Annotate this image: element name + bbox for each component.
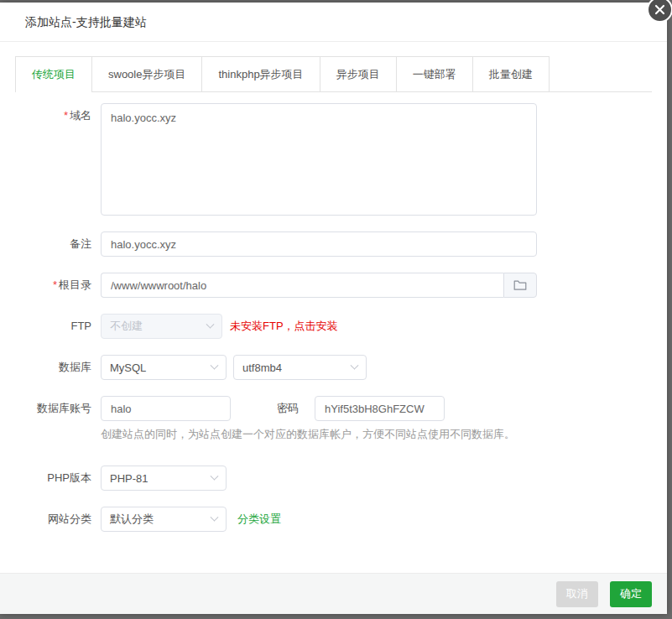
chevron-down-icon — [351, 361, 359, 369]
cancel-button[interactable]: 取消 — [556, 581, 598, 607]
database-row: 数据库 MySQL utf8mb4 — [15, 355, 652, 380]
php-version-value: PHP-81 — [110, 472, 148, 485]
note-input[interactable] — [101, 231, 537, 257]
db-password-label: 密码 — [277, 401, 299, 416]
dialog-title: 添加站点-支持批量建站 — [25, 15, 147, 29]
tab-bar: 传统项目 swoole异步项目 thinkphp异步项目 异步项目 一键部署 批… — [15, 56, 652, 92]
note-label: 备注 — [15, 231, 101, 257]
required-mark: * — [53, 278, 57, 291]
site-category-row: 网站分类 默认分类 分类设置 — [15, 507, 652, 532]
database-type-select[interactable]: MySQL — [101, 355, 227, 380]
database-charset-select[interactable]: utf8mb4 — [233, 355, 367, 380]
site-category-value: 默认分类 — [110, 512, 154, 527]
dialog-content: 传统项目 swoole异步项目 thinkphp异步项目 异步项目 一键部署 批… — [0, 56, 667, 532]
close-button[interactable] — [647, 0, 672, 23]
db-account-row: 数据库账号 密码 — [15, 396, 652, 421]
close-icon — [654, 4, 665, 15]
ftp-row: FTP 不创建 未安装FTP，点击安装 — [15, 314, 652, 339]
tab-thinkphp-async-project[interactable]: thinkphp异步项目 — [202, 56, 320, 91]
db-account-input[interactable] — [101, 396, 231, 421]
chevron-down-icon — [206, 320, 215, 328]
chevron-down-icon — [211, 361, 219, 369]
tab-swoole-async-project[interactable]: swoole异步项目 — [92, 56, 202, 91]
db-helper-text: 创建站点的同时，为站点创建一个对应的数据库帐户，方便不同站点使用不同数据库。 — [101, 427, 652, 442]
db-password-input[interactable] — [315, 396, 445, 421]
database-type-value: MySQL — [110, 362, 146, 374]
add-site-dialog: 添加站点-支持批量建站 传统项目 swoole异步项目 thinkphp异步项目… — [0, 3, 667, 614]
php-version-label: PHP版本 — [15, 466, 101, 491]
chevron-down-icon — [211, 471, 219, 480]
tab-one-click-deploy[interactable]: 一键部署 — [397, 56, 473, 91]
ftp-label: FTP — [15, 314, 101, 339]
tab-async-project[interactable]: 异步项目 — [320, 56, 397, 91]
site-form: *域名 halo.yocc.xyz 备注 *根目录 — [15, 103, 652, 532]
database-label: 数据库 — [15, 355, 101, 380]
confirm-button[interactable]: 确定 — [610, 581, 652, 607]
domain-textarea[interactable]: halo.yocc.xyz — [101, 103, 537, 216]
php-version-row: PHP版本 PHP-81 — [15, 466, 652, 491]
database-charset-value: utf8mb4 — [242, 362, 282, 374]
root-input-group — [101, 273, 537, 298]
dialog-footer: 取消 确定 — [0, 573, 667, 614]
root-path-input[interactable] — [101, 273, 503, 298]
note-row: 备注 — [15, 231, 652, 257]
ftp-install-warning[interactable]: 未安装FTP，点击安装 — [230, 319, 338, 334]
site-category-label: 网站分类 — [15, 507, 101, 532]
chevron-down-icon — [211, 512, 219, 521]
root-label: *根目录 — [15, 273, 101, 298]
category-settings-link[interactable]: 分类设置 — [237, 512, 281, 527]
screen: 添加站点-支持批量建站 传统项目 swoole异步项目 thinkphp异步项目… — [0, 0, 672, 619]
db-account-label: 数据库账号 — [15, 396, 101, 421]
root-row: *根目录 — [15, 273, 652, 298]
dialog-header: 添加站点-支持批量建站 — [0, 3, 667, 42]
folder-icon — [513, 279, 527, 291]
site-category-select[interactable]: 默认分类 — [101, 507, 227, 532]
php-version-select[interactable]: PHP-81 — [101, 466, 227, 491]
browse-folder-button[interactable] — [503, 273, 537, 298]
domain-row: *域名 halo.yocc.xyz — [15, 103, 652, 216]
required-mark: * — [64, 109, 68, 122]
domain-label: *域名 — [15, 103, 101, 128]
tab-batch-create[interactable]: 批量创建 — [473, 56, 550, 91]
ftp-select: 不创建 — [101, 314, 222, 339]
ftp-select-value: 不创建 — [110, 319, 143, 334]
tab-traditional-project[interactable]: 传统项目 — [15, 56, 92, 91]
